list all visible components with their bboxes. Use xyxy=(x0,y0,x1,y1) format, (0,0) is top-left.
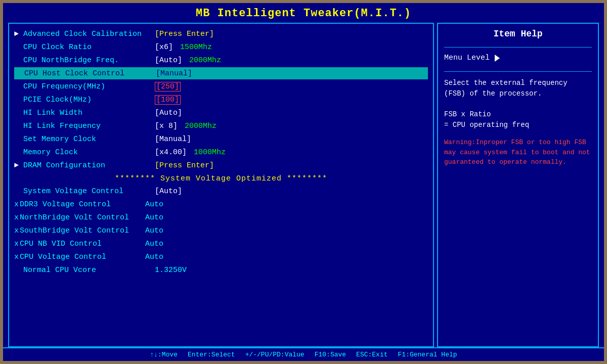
row-freq: 1500Mhz xyxy=(180,43,212,52)
formula-text: FSB x Ratio = CPU operating freq xyxy=(444,109,592,130)
row-freq: 2000Mhz xyxy=(185,122,216,130)
row-advanced-clock-calibration[interactable]: ► Advanced Clock Calibration [Press Ente… xyxy=(14,28,428,40)
row-set-memory-clock[interactable]: Set Memory Clock [Manual] xyxy=(14,133,428,145)
no-arrow xyxy=(14,122,23,130)
bottom-bar: ↑↓:Move Enter:Select +/-/PU/PD:Value F10… xyxy=(3,347,604,361)
row-value: [Press Enter] xyxy=(155,30,214,38)
row-value: Auto xyxy=(145,213,163,222)
row-label: HI Link Width xyxy=(23,109,155,117)
row-value: Auto xyxy=(145,240,163,248)
row-cpu-northbridge-freq[interactable]: CPU NorthBridge Freq. [Auto] 2000Mhz xyxy=(14,54,428,66)
row-label: CPU Clock Ratio xyxy=(23,43,155,52)
row-label: HI Link Frequency xyxy=(23,122,155,130)
no-arrow xyxy=(14,135,23,144)
row-label: Set Memory Clock xyxy=(23,135,155,144)
no-arrow xyxy=(14,109,23,117)
row-value: [Manual] xyxy=(156,69,192,78)
no-arrow xyxy=(14,56,23,65)
row-label: Normal CPU Vcore xyxy=(23,266,155,275)
x-marker: x xyxy=(14,240,19,248)
no-arrow xyxy=(14,82,23,91)
row-freq: 2000Mhz xyxy=(189,56,221,65)
key-exit: ESC:Exit xyxy=(356,351,387,358)
row-label: Advanced Clock Calibration xyxy=(23,30,155,38)
row-value: Auto xyxy=(145,200,163,209)
row-memory-clock[interactable]: Memory Clock [x4.00] 1000Mhz xyxy=(14,146,428,158)
key-select: Enter:Select xyxy=(188,351,235,358)
system-voltage-line: ******** System Voltage Optimized ******… xyxy=(14,174,428,183)
no-arrow xyxy=(14,43,23,52)
row-cpu-frequency[interactable]: CPU Frequency(MHz) [250] xyxy=(14,80,428,93)
item-help-title: Item Help xyxy=(444,29,592,39)
row-cpu-nb-vid[interactable]: x CPU NB VID Control Auto xyxy=(14,238,428,250)
arrow-icon: ► xyxy=(14,30,23,38)
row-hi-link-width[interactable]: HI Link Width [Auto] xyxy=(14,107,428,119)
row-label: PCIE Clock(MHz) xyxy=(23,96,155,104)
key-value: +/-/PU/PD:Value xyxy=(245,351,305,358)
no-arrow xyxy=(14,266,23,275)
row-label: NorthBridge Volt Control xyxy=(20,213,145,222)
arrow-icon: ► xyxy=(14,161,23,170)
menu-level-row: Menu Level xyxy=(444,54,592,62)
row-value: Auto xyxy=(145,253,163,261)
row-value: Auto xyxy=(145,226,163,235)
row-system-voltage-control[interactable]: System Voltage Control [Auto] xyxy=(14,185,428,197)
row-label: CPU Voltage Control xyxy=(20,253,145,261)
row-value: [Auto] xyxy=(155,56,182,65)
description-text: Select the external frequency (FSB) of t… xyxy=(444,78,592,99)
divider-2 xyxy=(444,71,592,72)
row-cpu-clock-ratio[interactable]: CPU Clock Ratio [x6] 1500Mhz xyxy=(14,41,428,53)
row-northbridge-volt[interactable]: x NorthBridge Volt Control Auto xyxy=(14,211,428,223)
row-label: CPU Host Clock Control xyxy=(24,69,156,78)
row-value: [x6] xyxy=(155,43,173,52)
row-normal-cpu-vcore: Normal CPU Vcore 1.3250V xyxy=(14,264,428,276)
row-southbridge-volt[interactable]: x SouthBridge Volt Control Auto xyxy=(14,224,428,237)
key-move: ↑↓:Move xyxy=(150,351,178,358)
row-ddr3-voltage[interactable]: x DDR3 Voltage Control Auto xyxy=(14,198,428,210)
row-value: [x 8] xyxy=(155,122,178,130)
x-marker: x xyxy=(14,226,19,235)
row-freq: 1000Mhz xyxy=(194,148,226,157)
row-label: CPU NorthBridge Freq. xyxy=(23,56,155,65)
row-label: DRAM Configuration xyxy=(23,161,155,170)
x-marker: x xyxy=(14,200,19,209)
x-marker: x xyxy=(14,213,19,222)
no-arrow xyxy=(14,96,23,104)
main-content: ► Advanced Clock Calibration [Press Ente… xyxy=(8,23,599,347)
key-save: F10:Save xyxy=(315,351,346,358)
row-cpu-voltage-control[interactable]: x CPU Voltage Control Auto xyxy=(14,251,428,263)
row-value: [Manual] xyxy=(155,135,191,144)
key-help: F1:General Help xyxy=(398,351,457,358)
row-label: CPU Frequency(MHz) xyxy=(23,82,155,91)
row-cpu-host-clock-control[interactable]: CPU Host Clock Control [Manual] xyxy=(14,67,428,79)
no-arrow xyxy=(14,148,23,157)
right-panel: Item Help Menu Level Select the external… xyxy=(437,23,599,347)
row-label: DDR3 Voltage Control xyxy=(20,200,145,209)
left-panel: ► Advanced Clock Calibration [Press Ente… xyxy=(8,23,434,347)
row-label: CPU NB VID Control xyxy=(20,240,145,248)
row-value: [x4.00] xyxy=(155,148,187,157)
row-value: [Press Enter] xyxy=(155,161,214,170)
row-label: System Voltage Control xyxy=(23,187,155,196)
row-value: 1.3250V xyxy=(155,266,187,275)
divider xyxy=(444,47,592,48)
page-title: MB Intelligent Tweaker(M.I.T.) xyxy=(3,3,604,23)
row-pcie-clock[interactable]: PCIE Clock(MHz) [100] xyxy=(14,94,428,106)
row-hi-link-frequency[interactable]: HI Link Frequency [x 8] 2000Mhz xyxy=(14,120,428,132)
row-value: [Auto] xyxy=(155,109,182,117)
row-value: [Auto] xyxy=(155,187,182,196)
menu-level-arrow-icon xyxy=(495,55,500,62)
no-arrow xyxy=(14,187,23,196)
menu-level-label: Menu Level xyxy=(444,54,490,62)
row-label: Memory Clock xyxy=(23,148,155,157)
x-marker: x xyxy=(14,253,19,261)
row-dram-configuration[interactable]: ► DRAM Configuration [Press Enter] xyxy=(14,159,428,171)
no-arrow xyxy=(15,69,24,78)
row-label: SouthBridge Volt Control xyxy=(20,226,145,235)
warning-text: Warning:Inproper FSB or too high FSB may… xyxy=(444,138,592,167)
row-value: [100] xyxy=(155,95,181,105)
bios-screen: MB Intelligent Tweaker(M.I.T.) ► Advance… xyxy=(0,0,607,364)
row-value: [250] xyxy=(155,82,181,92)
